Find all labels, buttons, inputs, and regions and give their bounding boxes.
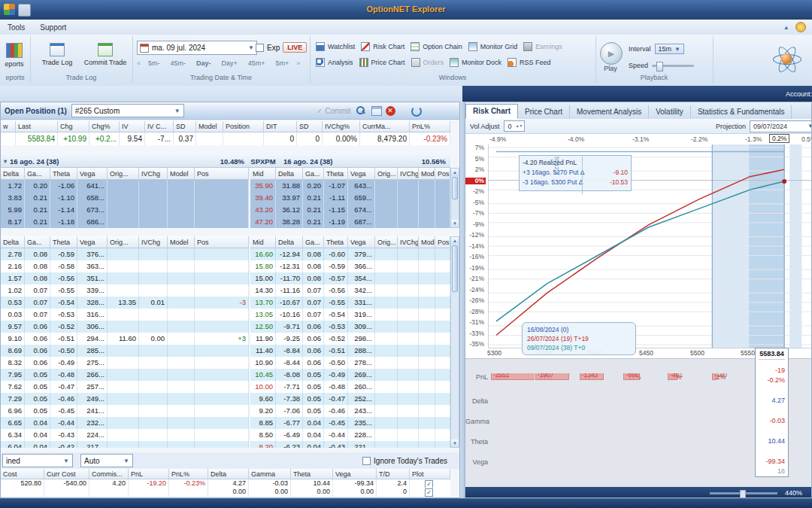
column-header[interactable]: Model xyxy=(419,168,435,180)
account-bar[interactable]: Account: xyxy=(462,86,812,102)
delete-icon[interactable]: ✕ xyxy=(386,106,395,116)
time-nav-button[interactable]: Day+ xyxy=(217,57,242,69)
auto-select[interactable]: Auto ▼ xyxy=(80,454,133,467)
column-header[interactable]: Ga... xyxy=(25,168,50,180)
refresh-icon[interactable] xyxy=(411,105,421,116)
tab[interactable]: Price Chart xyxy=(518,105,570,119)
column-header[interactable]: w xyxy=(1,121,16,132)
window-toggle[interactable]: Monitor Grid xyxy=(465,40,521,53)
column-header[interactable]: Ga... xyxy=(303,236,324,248)
tab[interactable]: Risk Chart xyxy=(465,104,518,119)
chain-row[interactable]: 0.530.07-0.54328...13.350.01-3 xyxy=(1,297,249,309)
position-selector[interactable]: #265 Custom ▼ xyxy=(71,104,184,117)
expander-icon[interactable]: ▾ xyxy=(4,158,7,165)
interval-select[interactable]: 15m ▼ xyxy=(655,44,684,54)
column-header[interactable]: IV xyxy=(120,121,145,132)
column-header[interactable]: Delta xyxy=(208,469,249,479)
scrollbar-calls[interactable]: ▲ ▼ xyxy=(450,168,459,228)
chain-row[interactable]: 9.100.06-0.51294...11.600.00+3 xyxy=(1,333,249,345)
column-header[interactable]: Pos xyxy=(435,236,450,248)
chain-row[interactable]: 14.30-11.160.07-0.56342... xyxy=(250,284,450,297)
column-header[interactable]: T/D xyxy=(377,469,410,479)
chain-row[interactable]: 16.60-12.940.08-0.60379... xyxy=(250,248,450,260)
chain-row[interactable]: 9.60-7.380.05-0.47252... xyxy=(250,393,450,405)
column-header[interactable]: Delta xyxy=(1,168,25,180)
column-header[interactable]: Theta xyxy=(50,168,77,180)
chain-row[interactable]: 9.570.06-0.52306... xyxy=(1,321,249,333)
projection-date-select[interactable]: 09/07/2024 ▼ xyxy=(750,120,812,132)
chain-row[interactable]: 2.160.08-0.58363... xyxy=(1,260,249,272)
column-header[interactable]: Theta xyxy=(50,236,77,248)
column-header[interactable]: Mid xyxy=(250,236,276,248)
time-nav-button[interactable]: 45m- xyxy=(166,57,191,69)
column-header[interactable]: Gamma xyxy=(249,469,291,479)
chain-row[interactable]: 5.990.21-1.14673... xyxy=(1,204,249,216)
scrollbar-thumb[interactable] xyxy=(452,245,458,292)
column-header[interactable]: Last xyxy=(16,121,58,132)
column-header[interactable]: Delta xyxy=(276,236,303,248)
scroll-down-icon[interactable]: ▼ xyxy=(451,220,459,227)
play-button[interactable]: ▶ xyxy=(600,42,623,65)
chain-row[interactable]: 7.950.05-0.48266... xyxy=(1,369,249,381)
zoom-slider-thumb[interactable] xyxy=(740,490,746,498)
window-toggle[interactable]: Earnings xyxy=(520,40,565,53)
column-header[interactable]: Pos xyxy=(195,168,249,180)
window-toggle[interactable]: Analysis xyxy=(313,56,356,68)
position-summary-row[interactable]: 5583.84+10.99+0.2...9.54-7...0.37000.00%… xyxy=(1,132,450,145)
column-header[interactable]: Delta xyxy=(1,236,25,248)
column-header[interactable]: Vega xyxy=(77,236,108,248)
view-mode-select[interactable]: ined ▼ xyxy=(2,454,73,467)
column-header[interactable]: Vega xyxy=(348,168,375,180)
column-header[interactable]: Mid xyxy=(250,168,276,180)
tab[interactable]: Statistics & Fundamentals xyxy=(691,105,792,119)
scrollbar-thumb[interactable] xyxy=(452,177,458,199)
chain-row[interactable]: 1.720.20-1.06641... xyxy=(1,180,249,192)
window-toggle[interactable]: Watchlist xyxy=(313,40,358,53)
help-trophy-icon[interactable] xyxy=(795,22,806,32)
scroll-up-icon[interactable]: ▲ xyxy=(451,169,459,176)
column-header[interactable]: IVChg xyxy=(139,168,168,180)
exp-checkbox[interactable] xyxy=(256,44,264,52)
spinner-arrows-icon[interactable]: ▲▼ xyxy=(516,124,524,128)
chain-row[interactable]: 0.030.07-0.53316... xyxy=(1,309,249,321)
column-header[interactable]: Orig... xyxy=(108,236,139,248)
collapse-ribbon-icon[interactable]: ▴ xyxy=(784,23,788,31)
column-header[interactable]: Delta xyxy=(276,168,303,180)
column-header[interactable]: Theta xyxy=(324,236,348,248)
column-header[interactable]: Model xyxy=(168,168,195,180)
column-header[interactable]: SD xyxy=(174,121,196,132)
column-header[interactable]: Ga... xyxy=(25,236,50,248)
column-header[interactable]: Theta xyxy=(324,168,348,180)
chain-row[interactable]: 10.90-8.440.06-0.50278... xyxy=(250,357,450,369)
risk-chart-area[interactable]: -4.9%-4.0%-3.1%-2.2%-1.3% 0.2% 0.5% 7%5%… xyxy=(465,134,812,358)
chain-row[interactable]: 9.20-7.060.05-0.46243... xyxy=(250,405,450,417)
column-header[interactable]: SD xyxy=(297,121,323,132)
column-header[interactable]: Curr Cost xyxy=(44,469,89,479)
column-header[interactable]: Model xyxy=(419,236,435,248)
column-header[interactable]: Position xyxy=(223,121,264,132)
menu-item[interactable]: Support xyxy=(32,22,74,33)
column-header[interactable]: Orig... xyxy=(108,168,139,180)
expiration-band-left[interactable]: ▾ 16 ago. 24 (38) 10.48% xyxy=(1,155,249,168)
scroll-up-icon[interactable]: ▲ xyxy=(451,237,459,245)
column-header[interactable]: PnL% xyxy=(410,121,450,132)
chain-row[interactable]: 13.05-10.160.07-0.54319... xyxy=(250,309,450,321)
window-toggle[interactable]: Option Chain xyxy=(408,40,465,53)
column-header[interactable]: Vega xyxy=(77,168,108,180)
vol-adjust-spinner[interactable]: 0 ▲▼ xyxy=(504,120,525,132)
plot-area[interactable]: -4.20 Realized PnL+3 16ago. 5270 Put Δ-9… xyxy=(488,144,812,348)
column-header[interactable]: Chg xyxy=(58,121,89,132)
chain-row[interactable]: 47.2038.280.21-1.19687... xyxy=(250,216,450,228)
tab[interactable]: Movement Analysis xyxy=(570,105,649,119)
speed-slider[interactable] xyxy=(652,65,694,67)
column-header[interactable]: Plot xyxy=(410,469,450,479)
window-toggle[interactable]: Price Chart xyxy=(356,56,408,68)
window-toggle[interactable]: Orders xyxy=(408,56,447,68)
scroll-down-icon[interactable]: ▼ xyxy=(451,440,459,447)
column-header[interactable]: CurrMa... xyxy=(360,121,410,132)
chain-row[interactable]: 39.4033.970.21-1.11659... xyxy=(250,192,450,204)
ignore-trades-checkbox[interactable] xyxy=(362,457,371,465)
chain-row[interactable]: 6.960.05-0.45241... xyxy=(1,405,249,417)
time-nav-button[interactable]: 45m+ xyxy=(244,57,270,69)
expiration-band-right[interactable]: 16 ago. 24 (38) 10.56% xyxy=(277,155,450,168)
